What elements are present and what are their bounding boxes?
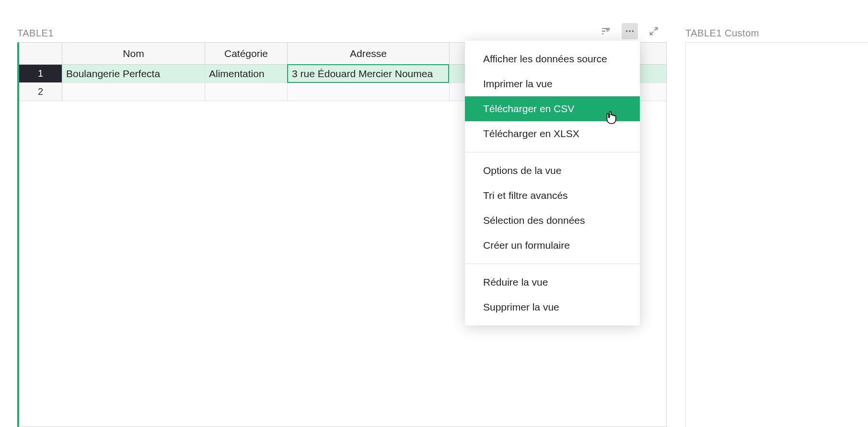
sort-filter-icon[interactable] — [598, 23, 614, 39]
panel-title: TABLE1 — [17, 28, 54, 39]
column-header-categorie[interactable]: Catégorie — [205, 43, 288, 64]
toolbar — [598, 23, 662, 39]
menu-item[interactable]: Télécharger en XLSX — [465, 121, 640, 146]
menu-item[interactable]: Imprimer la vue — [465, 71, 640, 96]
menu-item[interactable]: Afficher les données source — [465, 46, 640, 71]
cell-categorie[interactable]: Alimentation — [205, 65, 288, 82]
menu-item[interactable]: Sélection des données — [465, 208, 640, 233]
menu-item[interactable]: Créer un formulaire — [465, 233, 640, 258]
menu-item[interactable]: Tri et filtre avancés — [465, 183, 640, 208]
row-number-cell[interactable]: 1 — [19, 65, 62, 82]
cell-nom[interactable] — [62, 83, 205, 101]
row-number-cell[interactable]: 2 — [19, 83, 62, 101]
column-header-adresse[interactable]: Adresse — [288, 43, 450, 64]
menu-item[interactable]: Réduire la vue — [465, 270, 640, 295]
svg-point-3 — [632, 30, 634, 32]
menu-item[interactable]: Options de la vue — [465, 158, 640, 183]
expand-icon[interactable] — [646, 23, 662, 39]
column-header-nom[interactable]: Nom — [62, 43, 205, 64]
menu-separator — [465, 152, 640, 152]
right-panel — [685, 42, 868, 427]
cell-adresse[interactable] — [288, 83, 450, 101]
menu-separator — [465, 264, 640, 264]
svg-point-2 — [629, 30, 631, 32]
view-options-menu: Afficher les données sourceImprimer la v… — [465, 41, 640, 325]
menu-item[interactable]: Télécharger en CSV — [465, 96, 640, 121]
svg-point-1 — [626, 30, 628, 32]
row-number-header — [19, 43, 62, 64]
cell-categorie[interactable] — [205, 83, 288, 101]
menu-item[interactable]: Supprimer la vue — [465, 295, 640, 320]
svg-rect-0 — [609, 29, 610, 31]
cell-adresse[interactable]: 3 rue Édouard Mercier Noumea — [287, 64, 449, 83]
cell-nom[interactable]: Boulangerie Perfecta — [62, 65, 205, 82]
more-menu-button[interactable] — [622, 23, 638, 39]
right-panel-title: TABLE1 Custom — [685, 28, 759, 39]
